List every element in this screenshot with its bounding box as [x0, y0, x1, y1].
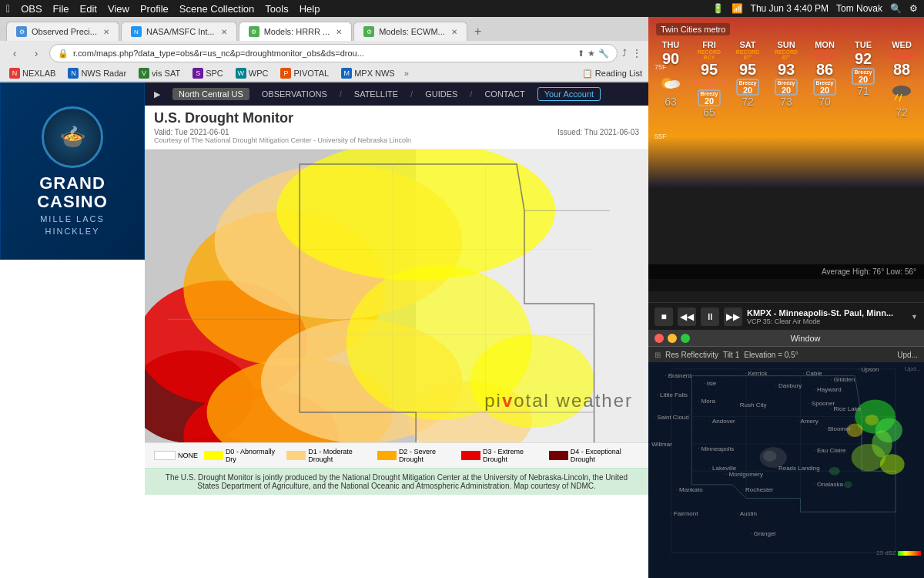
mon-wind: Breezy 20	[813, 79, 836, 96]
right-panel: Twin Cities metro 75F 55F THU 90	[648, 17, 924, 578]
radar-titlebar: Window	[648, 330, 924, 347]
window-close-btn[interactable]	[654, 334, 664, 343]
bookmark-nexlab[interactable]: N NEXLAB	[6, 67, 59, 79]
bookmark-spc[interactable]: S SPC	[189, 67, 226, 79]
menubar:  OBS File Edit View Profile Scene Colle…	[0, 0, 924, 17]
pause-button[interactable]: ⏸	[701, 307, 719, 326]
menu-help[interactable]: Help	[300, 3, 320, 15]
fri-high: 95	[701, 60, 718, 79]
region-selector[interactable]: North Central US	[172, 88, 249, 100]
tab-3[interactable]: ⚙ Models: HRRR ... ✕	[239, 22, 353, 41]
forward-button[interactable]: ›	[28, 45, 45, 62]
address-bar[interactable]: 🔒 r.com/maps.php?data_type=obs&r=us_nc&p…	[49, 44, 618, 62]
bookmark-mpx[interactable]: M MPX NWS	[338, 67, 398, 79]
browser-chrome: ⚙ Observed Preci... ✕ N NASA/MSFC Int...…	[0, 17, 648, 82]
rewind-button[interactable]: ◀◀	[678, 307, 696, 326]
tab-2[interactable]: N NASA/MSFC Int... ✕	[121, 22, 237, 41]
legend-none: NONE	[154, 451, 198, 460]
tab-1[interactable]: ⚙ Observed Preci... ✕	[6, 22, 119, 41]
drought-footer: The U.S. Drought Monitor is jointly prod…	[145, 468, 648, 495]
spc-icon: S	[192, 68, 203, 79]
bookmarks-more[interactable]: »	[404, 69, 409, 78]
weather-day-sat: SAT RECORD87° 95 Breezy 20 72	[729, 40, 766, 119]
nav-guides[interactable]: GUIDES	[425, 89, 457, 99]
avg-high-low: Average High: 76° Low: 56°	[822, 267, 916, 276]
legend-d3-color	[461, 451, 480, 460]
search-icon[interactable]: 🔍	[890, 3, 902, 14]
tab-1-favicon: ⚙	[16, 26, 27, 37]
legend-d0-label: D0 - Abnormally Dry	[226, 448, 281, 463]
menu-file[interactable]: File	[53, 3, 69, 15]
tab-4-close[interactable]: ✕	[451, 28, 457, 36]
drought-dates: Valid: Tue 2021-06-01 Issued: Thu 2021-0…	[154, 128, 639, 136]
new-tab-button[interactable]: +	[469, 22, 487, 41]
window-maximize-btn[interactable]	[681, 334, 690, 343]
tue-low: 71	[857, 85, 869, 97]
bookmark-visat[interactable]: V vis SAT	[136, 67, 183, 79]
tab-4[interactable]: ⚙ Models: ECWM... ✕	[353, 22, 467, 41]
bookmark-pivotal[interactable]: P PIVOTAL	[277, 67, 332, 79]
thu-low: 63	[665, 96, 677, 108]
bookmark-wpc[interactable]: W WPC	[233, 67, 272, 79]
reading-list-btn[interactable]: 📋 Reading List	[582, 69, 642, 79]
nav-contact[interactable]: CONTACT	[484, 89, 524, 99]
menu-scene[interactable]: Scene Collection	[179, 3, 255, 15]
weather-day-sun: SUN RECORD87° 93 Breezy 20 73	[768, 40, 805, 119]
visat-icon: V	[139, 68, 149, 79]
legend-none-label: NONE	[178, 452, 198, 459]
sat-name: SAT	[739, 40, 755, 49]
weather-day-fri: FRI RECORDRCY 95 THE HEAT is on! Breezy …	[691, 40, 728, 119]
mon-high: 86	[816, 60, 833, 79]
nav-account[interactable]: Your Account	[537, 87, 601, 101]
channel-dropdown[interactable]: ▼	[911, 313, 918, 321]
back-button[interactable]: ‹	[6, 45, 23, 62]
bookmark-star-icon[interactable]: ★	[588, 49, 595, 59]
thu-icon	[656, 71, 685, 92]
extension-icon[interactable]: 🔧	[598, 49, 609, 59]
menu-view[interactable]: View	[108, 3, 129, 15]
stop-button[interactable]: ■	[654, 307, 673, 326]
window-minimize-btn[interactable]	[668, 334, 677, 343]
reading-list-icon: 📋	[582, 69, 593, 79]
nav-satellite[interactable]: SATELLITE	[354, 89, 398, 99]
sun-high: 93	[778, 60, 795, 79]
share-btn[interactable]: ⤴	[622, 48, 627, 59]
tab-1-close[interactable]: ✕	[103, 28, 109, 36]
address-icons: ⬆ ★ 🔧	[578, 49, 609, 59]
legend-d4-label: D4 - Exceptional Drought	[571, 448, 639, 463]
menubar-left:  OBS File Edit View Profile Scene Colle…	[6, 2, 320, 15]
site-navigation: ▶ North Central US OBSERVATIONS / SATELL…	[145, 82, 648, 106]
legend-d1: D1 - Moderate Drought	[286, 448, 371, 463]
menu-btn[interactable]: ⋮	[631, 47, 642, 59]
weather-day-wed: WED Severe*STORMS* 88 72	[883, 40, 920, 119]
casino-sub1: MILLE LACS	[40, 214, 105, 223]
site-nav-icon: ▶	[154, 89, 160, 99]
fri-low: 65	[703, 106, 715, 119]
battery-icon: 🔋	[712, 3, 724, 14]
wpc-icon: W	[236, 68, 246, 79]
weather-avg-bar: Average High: 76° Low: 56°	[648, 264, 924, 279]
nexlab-icon: N	[9, 68, 20, 79]
bookmark-nws[interactable]: N NWS Radar	[65, 67, 129, 79]
menu-obs[interactable]: OBS	[21, 3, 42, 15]
wed-high: 88	[893, 60, 910, 79]
menu-edit[interactable]: Edit	[80, 3, 97, 15]
apple-menu[interactable]: 	[6, 2, 10, 15]
svg-point-38	[880, 454, 905, 474]
fast-forward-button[interactable]: ▶▶	[724, 307, 742, 326]
tab-3-close[interactable]: ✕	[336, 28, 342, 36]
thu-name: THU	[662, 40, 680, 49]
menubar-right: 🔋 📶 Thu Jun 3 4:40 PM Tom Novak 🔍 ⚙	[712, 3, 918, 14]
menu-tools[interactable]: Tools	[265, 3, 288, 15]
username[interactable]: Tom Novak	[836, 3, 882, 14]
svg-point-37	[852, 444, 886, 471]
casino-logo: 🍲	[42, 106, 103, 168]
nexlab-label: NEXLAB	[22, 69, 55, 78]
fri-wind: Breezy 20	[698, 89, 721, 106]
casino-advertisement[interactable]: 🍲 GRANDCASINO MILLE LACS HINCKLEY	[0, 82, 145, 260]
share-icon[interactable]: ⬆	[578, 49, 584, 59]
menu-profile[interactable]: Profile	[140, 3, 169, 15]
nav-observations[interactable]: OBSERVATIONS	[262, 89, 327, 99]
tab-2-close[interactable]: ✕	[221, 28, 227, 36]
control-icon[interactable]: ⚙	[909, 3, 918, 14]
